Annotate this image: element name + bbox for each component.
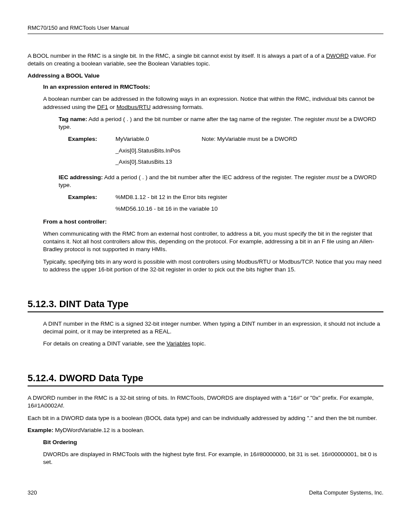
iec-example-2: %MD56.10.16 - bit 16 in the variable 10 bbox=[115, 205, 218, 213]
example-code-3: _Axis[0].StatusBits.13 bbox=[115, 158, 172, 166]
dint-heading: 5.12.3. DINT Data Type bbox=[28, 298, 383, 311]
example-text: MyDWordVariable.12 is a boolean. bbox=[53, 427, 144, 433]
iec-example-1: %MD8.1.12 - bit 12 in the Error bits reg… bbox=[115, 193, 227, 201]
example-note-1: Note: MyVariable must be a DWORD bbox=[202, 135, 297, 143]
dword-example: Example: MyDWordVariable.12 is a boolean… bbox=[28, 426, 383, 434]
tag-name-paragraph: Tag name: Add a period ( . ) and the bit… bbox=[59, 115, 383, 131]
page-number: 320 bbox=[28, 489, 37, 497]
dword-divider bbox=[28, 386, 383, 386]
expr-text-b: or bbox=[108, 104, 117, 110]
bit-ordering-heading: Bit Ordering bbox=[43, 439, 383, 446]
host-heading: From a host controller: bbox=[43, 218, 383, 226]
iec-example-row-2: %MD56.10.16 - bit 16 in the variable 10 bbox=[68, 205, 383, 213]
expr-paragraph: A boolean number can be addressed in the… bbox=[43, 95, 383, 111]
df1-link[interactable]: DF1 bbox=[97, 104, 108, 110]
tag-name-label: Tag name: bbox=[59, 116, 87, 122]
dint-p2: For details on creating a DINT variable,… bbox=[43, 340, 383, 348]
iec-text-a: Add a period ( . ) and the bit number af… bbox=[103, 174, 327, 180]
header-title: RMC70/150 and RMCTools User Manual bbox=[28, 25, 129, 31]
example-row-3: _Axis[0].StatusBits.13 bbox=[68, 158, 383, 166]
dword-heading: 5.12.4. DWORD Data Type bbox=[28, 372, 383, 385]
dword-p1: A DWORD number in the RMC is a 32-bit st… bbox=[28, 394, 383, 410]
example-row-2: _Axis[0].StatusBits.InPos bbox=[68, 147, 383, 155]
addressing-heading: Addressing a BOOL Value bbox=[28, 72, 383, 80]
iec-text-must: must bbox=[327, 174, 339, 180]
variables-link[interactable]: Variables bbox=[166, 340, 190, 347]
example-code-2: _Axis[0].StatusBits.InPos bbox=[115, 147, 181, 155]
iec-examples-label: Examples: bbox=[68, 193, 115, 201]
modbus-link[interactable]: Modbus/RTU bbox=[116, 104, 150, 110]
dint-p1: A DINT number in the RMC is a signed 32-… bbox=[43, 320, 383, 336]
tag-text-a: Add a period ( . ) and the bit number or… bbox=[87, 116, 327, 122]
tag-text-must: must bbox=[327, 116, 339, 122]
example-label: Example: bbox=[28, 427, 53, 433]
example-code-1: MyVariable.0 bbox=[115, 135, 202, 143]
expr-heading: In an expression entered in RMCTools: bbox=[43, 83, 383, 91]
company-name: Delta Computer Systems, Inc. bbox=[309, 489, 383, 497]
dword-p2: Each bit in a DWORD data type is a boole… bbox=[28, 414, 383, 422]
host-p1: When communicating with the RMC from an … bbox=[43, 230, 383, 254]
expr-text-c: addressing formats. bbox=[151, 104, 203, 110]
bool-intro-paragraph: A BOOL number in the RMC is a single bit… bbox=[28, 52, 383, 68]
page-header: RMC70/150 and RMCTools User Manual bbox=[28, 24, 383, 34]
expr-text-a: A boolean number can be addressed in the… bbox=[43, 96, 374, 110]
iec-paragraph: IEC addressing: Add a period ( . ) and t… bbox=[59, 174, 383, 189]
example-row-1: Examples: MyVariable.0 Note: MyVariable … bbox=[68, 135, 383, 143]
bit-ordering-p: DWORDs are displayed in RMCTools with th… bbox=[43, 451, 383, 466]
dword-link[interactable]: DWORD bbox=[326, 53, 349, 59]
page-footer: 320 Delta Computer Systems, Inc. bbox=[28, 489, 383, 497]
dint-p2-a: For details on creating a DINT variable,… bbox=[43, 340, 166, 347]
host-p2: Typically, specifying bits in any word i… bbox=[43, 258, 383, 274]
iec-example-row-1: Examples: %MD8.1.12 - bit 12 in the Erro… bbox=[68, 193, 383, 201]
dint-p2-b: topic. bbox=[190, 340, 206, 347]
examples-label: Examples: bbox=[68, 135, 115, 143]
iec-label: IEC addressing: bbox=[59, 174, 103, 180]
dint-divider bbox=[28, 311, 383, 312]
intro-text-a: A BOOL number in the RMC is a single bit… bbox=[28, 53, 326, 59]
